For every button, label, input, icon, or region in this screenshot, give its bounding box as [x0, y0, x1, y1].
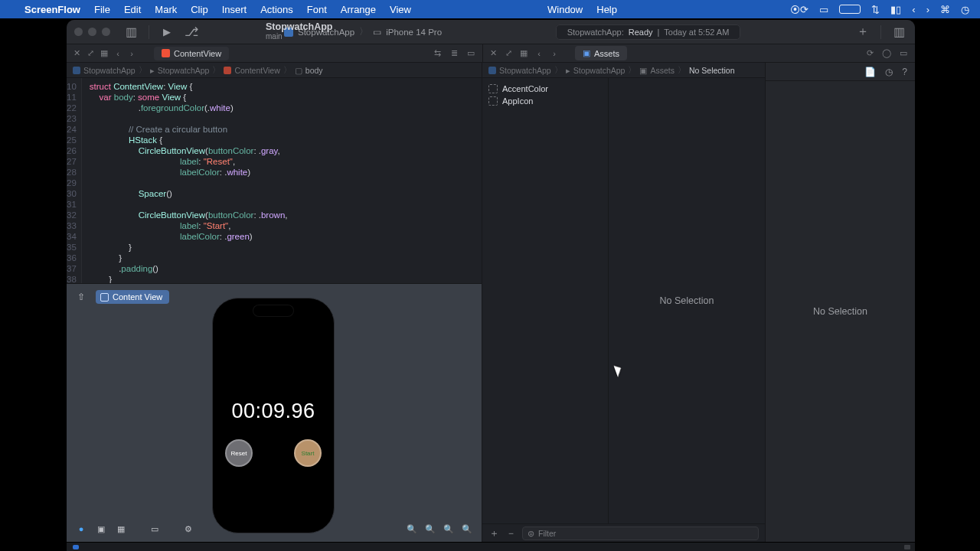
menu-view[interactable]: View: [390, 4, 411, 15]
zoom-actual-icon[interactable]: 🔍: [442, 522, 456, 536]
control-center-icon[interactable]: ⌘: [940, 4, 950, 15]
code-line[interactable]: CircleButtonView(buttonColor: .brown,: [90, 210, 288, 220]
help-inspector-icon[interactable]: ?: [902, 67, 907, 77]
zoom-in-icon[interactable]: 🔍: [460, 522, 474, 536]
nav-back-icon[interactable]: ‹: [113, 48, 123, 59]
preview-settings-icon[interactable]: ⚙: [181, 522, 195, 536]
code-line[interactable]: }: [90, 242, 288, 253]
jump-icon[interactable]: ⇆: [432, 48, 443, 59]
code-line[interactable]: label: "Reset",: [90, 156, 288, 167]
minimize-window-icon[interactable]: [88, 28, 96, 36]
crumb[interactable]: StopwatchApp: [83, 66, 136, 75]
back-icon[interactable]: ‹: [912, 4, 915, 15]
forward-icon[interactable]: ›: [926, 4, 929, 15]
navigator-toggle-icon[interactable]: ⤢: [85, 48, 96, 59]
nav-forward-icon[interactable]: ›: [549, 48, 560, 59]
code-line[interactable]: // Create a circular button: [90, 124, 288, 135]
menu-actions[interactable]: Actions: [260, 4, 293, 15]
iphone-preview[interactable]: 00:09.96 Reset Start: [212, 298, 335, 533]
grid-icon[interactable]: ▦: [518, 48, 529, 59]
tab-assets[interactable]: ▣ Assets: [575, 46, 627, 60]
start-button[interactable]: Start: [294, 439, 322, 467]
crumb[interactable]: StopwatchApp: [158, 66, 210, 75]
code-line[interactable]: .padding(): [90, 263, 288, 274]
toggle-navigator-icon[interactable]: ▥: [122, 24, 139, 41]
adjust-editor-icon[interactable]: ▭: [898, 48, 909, 59]
window-traffic-lights[interactable]: [74, 28, 110, 36]
code-line[interactable]: .foregroundColor(.white): [90, 103, 288, 113]
navigator-toggle-icon[interactable]: ⤢: [503, 48, 514, 59]
history-inspector-icon[interactable]: ◷: [885, 67, 893, 77]
code-line[interactable]: [90, 178, 288, 188]
code-line[interactable]: labelColor: .white): [90, 167, 288, 178]
asset-item[interactable]: AppIcon: [487, 95, 603, 107]
code-line[interactable]: CircleButtonView(buttonColor: .gray,: [90, 145, 288, 156]
bluetooth-icon[interactable]: ⇅: [871, 4, 880, 15]
menu-help[interactable]: Help: [596, 4, 617, 15]
zoom-window-icon[interactable]: [102, 28, 110, 36]
refresh-icon[interactable]: ⟳: [864, 48, 875, 59]
menu-insert[interactable]: Insert: [222, 4, 247, 15]
crumb[interactable]: Assets: [650, 66, 675, 75]
editor-breadcrumb[interactable]: StopwatchApp 〉 ▸ StopwatchApp 〉 ContentV…: [67, 63, 482, 78]
crumb[interactable]: ContentView: [234, 66, 279, 75]
nav-forward-icon[interactable]: ›: [126, 48, 137, 59]
git-branch-label[interactable]: main: [266, 32, 283, 41]
run-button-icon[interactable]: ▶: [158, 24, 175, 41]
minimap-icon[interactable]: ≣: [449, 48, 459, 59]
tab-contentview[interactable]: ContentView: [154, 47, 229, 60]
code-editor[interactable]: 1011222324252627282930313233343536373839…: [67, 78, 482, 283]
nav-back-icon[interactable]: ‹: [534, 48, 544, 59]
status-pill-icon[interactable]: [839, 5, 861, 14]
menu-edit[interactable]: Edit: [124, 4, 141, 15]
zoom-fit-icon[interactable]: 🔍: [423, 522, 437, 536]
activity-status[interactable]: StopwatchApp: Ready | Today at 5:52 AM: [556, 24, 741, 40]
zoom-out-icon[interactable]: 🔍: [405, 522, 419, 536]
preview-selector-chip[interactable]: Content View: [96, 290, 169, 304]
menu-clip[interactable]: Clip: [191, 4, 207, 15]
asset-item[interactable]: AccentColor: [487, 83, 603, 95]
reset-button[interactable]: Reset: [225, 439, 253, 467]
file-inspector-icon[interactable]: 📄: [864, 67, 876, 77]
code-body[interactable]: struct ContentView: View { var body: som…: [82, 78, 288, 283]
crumb[interactable]: StopwatchApp: [499, 66, 551, 75]
code-line[interactable]: }: [90, 253, 288, 263]
code-line[interactable]: [90, 113, 288, 124]
crumb[interactable]: StopwatchApp: [573, 66, 626, 75]
code-line[interactable]: labelColor: .green): [90, 231, 288, 242]
code-line[interactable]: Spacer(): [90, 188, 288, 199]
resize-grip-icon[interactable]: [904, 545, 910, 549]
code-line[interactable]: struct ContentView: View {: [90, 81, 288, 92]
scheme-branch-icon[interactable]: ⎇: [183, 24, 200, 41]
remove-asset-icon[interactable]: －: [505, 527, 516, 540]
live-preview-icon[interactable]: ●: [74, 522, 88, 536]
battery-icon[interactable]: ▮▯: [890, 4, 901, 15]
selectable-icon[interactable]: ▣: [94, 522, 108, 536]
code-line[interactable]: }: [90, 274, 288, 283]
menu-font[interactable]: Font: [307, 4, 327, 15]
preview-canvas[interactable]: ⇧ Content View 00:09.96 Reset Start: [67, 283, 482, 542]
adjust-editor-icon[interactable]: ▭: [466, 48, 476, 59]
code-line[interactable]: var body: some View {: [90, 92, 288, 103]
frontmost-app-name[interactable]: ScreenFlow: [24, 4, 80, 15]
crumb[interactable]: body: [305, 66, 323, 75]
screen-share-icon[interactable]: ▭: [819, 4, 828, 15]
circle-icon[interactable]: ◯: [881, 48, 892, 59]
add-target-icon[interactable]: ＋: [854, 24, 871, 41]
assets-breadcrumb[interactable]: StopwatchApp 〉 ▸ StopwatchApp 〉 ▣ Assets…: [482, 63, 765, 78]
add-asset-icon[interactable]: ＋: [488, 527, 499, 540]
debug-area-footer[interactable]: [67, 542, 915, 551]
code-line[interactable]: HStack {: [90, 135, 288, 145]
library-icon[interactable]: ▥: [890, 24, 907, 41]
close-tab-icon[interactable]: ✕: [71, 48, 82, 59]
grid-icon[interactable]: ▦: [99, 48, 109, 59]
clock-icon[interactable]: ◷: [961, 4, 969, 15]
menu-arrange[interactable]: Arrange: [341, 4, 376, 15]
asset-list[interactable]: AccentColorAppIcon: [482, 78, 609, 523]
menu-window[interactable]: Window: [547, 4, 583, 15]
menu-file[interactable]: File: [94, 4, 110, 15]
close-tab-icon[interactable]: ✕: [488, 48, 498, 59]
asset-filter-field[interactable]: ⊜ Filter: [522, 527, 759, 540]
code-line[interactable]: label: "Start",: [90, 220, 288, 231]
close-window-icon[interactable]: [74, 28, 83, 36]
